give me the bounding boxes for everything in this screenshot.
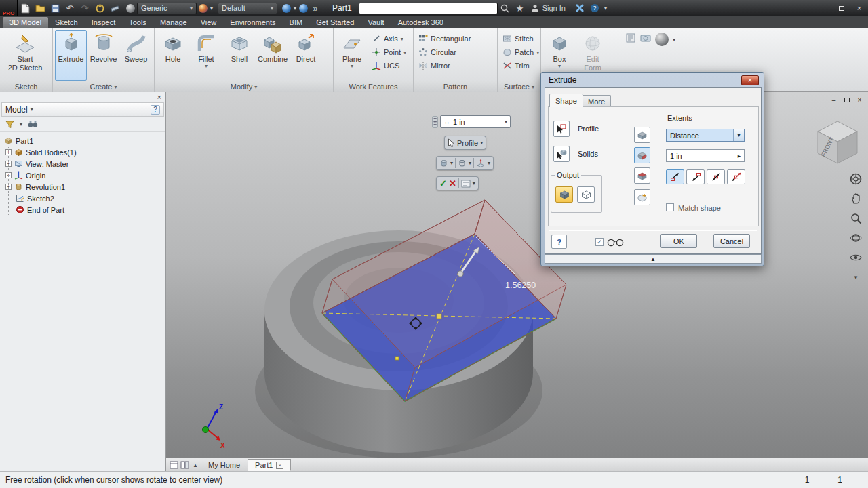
plane-flyout-icon[interactable]: ▾ — [351, 64, 353, 69]
favorites-star-icon[interactable]: ★ — [513, 1, 528, 15]
start-2d-sketch-button[interactable]: Start 2D Sketch — [2, 30, 48, 81]
rectangular-pattern-button[interactable]: Rectangular — [416, 33, 473, 45]
combine-button[interactable]: Combine — [256, 30, 289, 81]
appearance-dropdown[interactable]: Default ▾ — [218, 3, 277, 14]
doc-close-button[interactable]: × — [854, 95, 865, 104]
dialog-help-button[interactable]: ? — [551, 235, 567, 249]
cancel-x-button[interactable]: ✕ — [449, 178, 456, 188]
mini-toolbar-grip[interactable] — [432, 116, 438, 128]
solid-cylinder-icon[interactable] — [439, 159, 448, 167]
new-solid-button[interactable] — [634, 189, 650, 205]
tree-item-origin[interactable]: + Origin — [0, 169, 165, 181]
direction-flipped-button[interactable] — [686, 169, 705, 184]
mini-distance-input[interactable]: ↔ 1 in ▾ — [440, 115, 511, 128]
output-surface-button[interactable] — [577, 186, 595, 203]
mirror-button[interactable]: Mirror — [416, 60, 473, 72]
browser-header[interactable]: Model ▾ ? — [1, 102, 164, 117]
tab-tools[interactable]: Tools — [122, 17, 153, 28]
dialog-cancel-button[interactable]: Cancel — [713, 234, 750, 248]
sweep-button[interactable]: Sweep — [120, 30, 152, 81]
profile-select-button[interactable] — [553, 121, 570, 137]
help-icon[interactable]: ? — [587, 1, 602, 15]
navigation-wheel-icon[interactable] — [849, 172, 863, 186]
tree-item-revolution1[interactable]: + Revolution1 — [0, 181, 165, 192]
option1-dropdown-icon[interactable]: ▾ — [450, 160, 453, 166]
toolbar-flyout-icon[interactable]: ▾ — [291, 1, 299, 15]
boolean-join-button[interactable] — [634, 127, 650, 143]
ok-check-button[interactable]: ✓ — [439, 178, 447, 188]
tab-list-icon[interactable]: ▴ — [190, 460, 201, 470]
preview-checkbox[interactable]: ✓ — [595, 238, 604, 246]
view-cube[interactable]: FRONT — [810, 111, 864, 165]
save-icon[interactable] — [47, 1, 62, 15]
solids-select-button[interactable] — [553, 146, 570, 162]
direct-button[interactable]: Direct — [290, 30, 322, 81]
undo-icon[interactable]: ↶ — [62, 1, 77, 15]
filter-icon[interactable] — [5, 120, 14, 129]
stitch-button[interactable]: Stitch — [500, 33, 542, 45]
dialog-ok-button[interactable]: OK — [660, 234, 697, 248]
new-file-icon[interactable] — [18, 1, 33, 15]
option3-dropdown-icon[interactable]: ▾ — [488, 160, 490, 166]
point-button[interactable]: Point ▾ — [369, 46, 409, 58]
mini-distance-dropdown-icon[interactable]: ▾ — [505, 119, 507, 125]
tab-autodesk-360[interactable]: Autodesk 360 — [391, 17, 450, 28]
appearance-flyout-icon[interactable]: ▾ — [208, 1, 216, 15]
dialog-tab-more[interactable]: More — [582, 95, 611, 107]
appearance-override-flyout-icon[interactable]: ▾ — [673, 37, 675, 43]
find-binoculars-icon[interactable] — [28, 120, 38, 128]
tree-item-part1[interactable]: Part1 — [0, 135, 165, 146]
search-icon[interactable] — [498, 1, 513, 15]
tab-bim[interactable]: BIM — [283, 17, 310, 28]
plane-button[interactable]: Plane ▾ — [336, 30, 368, 81]
browser-title-flyout-icon[interactable]: ▾ — [31, 106, 33, 113]
option2-dropdown-icon[interactable]: ▾ — [469, 160, 471, 166]
pan-hand-icon[interactable] — [849, 192, 863, 205]
exchange-apps-icon[interactable] — [572, 1, 587, 15]
extrude-dialog[interactable]: Extrude × Shape More Profile Solids Outp… — [540, 72, 764, 266]
measure-icon[interactable] — [107, 1, 122, 15]
tab-view[interactable]: View — [194, 17, 224, 28]
tab-3d-model[interactable]: 3D Model — [3, 17, 48, 28]
material-dropdown[interactable]: Generic ▾ — [137, 3, 197, 14]
dialog-close-button[interactable]: × — [741, 75, 759, 85]
tree-item-end-of-part[interactable]: End of Part — [0, 204, 165, 216]
arrange-windows-icon[interactable] — [168, 460, 179, 470]
browser-close-icon[interactable]: × — [157, 93, 161, 101]
tab-vault[interactable]: Vault — [361, 17, 391, 28]
box-flyout-icon[interactable]: ▾ — [558, 64, 561, 69]
tree-item-solid-bodies[interactable]: + Solid Bodies(1) — [0, 146, 165, 158]
fillet-button[interactable]: Fillet ▾ — [190, 30, 222, 81]
tab-inspect[interactable]: Inspect — [85, 17, 122, 28]
tab-manage[interactable]: Manage — [153, 17, 194, 28]
zoom-icon[interactable] — [849, 211, 863, 225]
doc-minimize-button[interactable]: – — [828, 95, 840, 104]
tab-close-icon[interactable]: × — [276, 462, 283, 469]
distance-value-field[interactable]: 1 in ▸ — [666, 149, 745, 162]
shell-button[interactable]: Shell — [223, 30, 256, 81]
look-at-icon[interactable] — [849, 251, 863, 264]
search-input[interactable] — [359, 3, 498, 14]
fillet-flyout-icon[interactable]: ▾ — [205, 64, 208, 69]
group-label-modify[interactable]: Modify▾ — [155, 81, 333, 92]
appearance-override-icon[interactable] — [655, 33, 669, 46]
boolean-intersect-button[interactable] — [634, 167, 650, 184]
tab-environments[interactable]: Environments — [223, 17, 282, 28]
orbit-icon[interactable] — [849, 231, 863, 245]
navbar-more-icon[interactable]: ▾ — [849, 270, 863, 284]
axis-button[interactable]: Axis ▾ — [369, 33, 409, 45]
tile-windows-icon[interactable] — [179, 460, 190, 470]
doc-restore-button[interactable] — [841, 95, 852, 104]
group-label-create[interactable]: Create▾ — [53, 81, 154, 92]
extrude-button[interactable]: Extrude — [55, 30, 87, 81]
camera-icon[interactable] — [640, 33, 651, 43]
update-icon[interactable] — [92, 1, 107, 15]
tree-item-sketch2[interactable]: Sketch2 — [0, 192, 165, 204]
match-shape-checkbox[interactable] — [666, 203, 674, 211]
direction-default-button[interactable] — [666, 169, 684, 184]
hole-button[interactable]: Hole — [157, 30, 189, 81]
dialog-tab-shape[interactable]: Shape — [549, 94, 583, 107]
trim-button[interactable]: Trim — [500, 60, 542, 72]
revolve-button[interactable]: Revolve — [87, 30, 119, 81]
toolbar-overflow-icon[interactable]: » — [308, 1, 323, 15]
